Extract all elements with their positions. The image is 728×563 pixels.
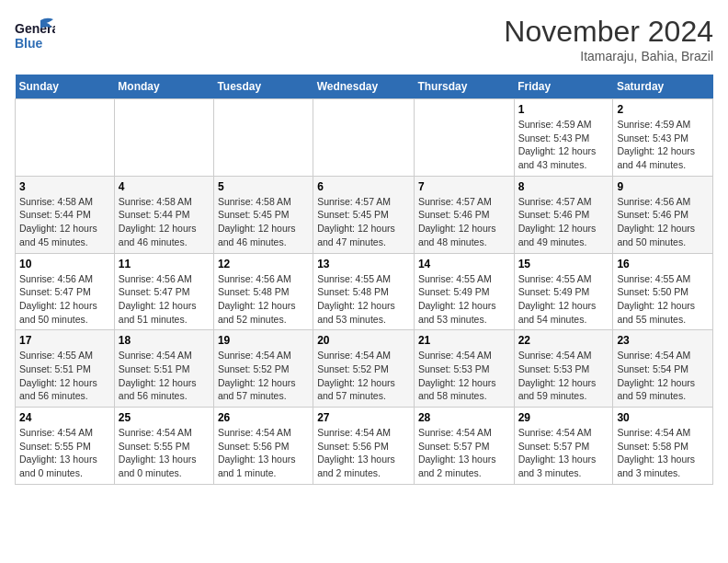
- day-info: Sunrise: 4:54 AM Sunset: 5:53 PM Dayligh…: [518, 349, 609, 403]
- day-number: 5: [218, 180, 309, 193]
- day-info: Sunrise: 4:54 AM Sunset: 5:57 PM Dayligh…: [518, 426, 609, 480]
- day-cell: 13Sunrise: 4:55 AM Sunset: 5:48 PM Dayli…: [313, 253, 415, 330]
- week-row-3: 10Sunrise: 4:56 AM Sunset: 5:47 PM Dayli…: [16, 253, 713, 330]
- day-number: 8: [518, 180, 609, 193]
- day-info: Sunrise: 4:57 AM Sunset: 5:46 PM Dayligh…: [418, 195, 510, 249]
- day-cell: [414, 99, 514, 177]
- day-info: Sunrise: 4:54 AM Sunset: 5:51 PM Dayligh…: [119, 349, 210, 403]
- day-number: 19: [218, 334, 309, 347]
- day-info: Sunrise: 4:58 AM Sunset: 5:44 PM Dayligh…: [19, 195, 110, 249]
- day-cell: 19Sunrise: 4:54 AM Sunset: 5:52 PM Dayli…: [213, 330, 313, 408]
- day-info: Sunrise: 4:55 AM Sunset: 5:50 PM Dayligh…: [617, 272, 709, 327]
- day-info: Sunrise: 4:55 AM Sunset: 5:49 PM Dayligh…: [418, 272, 510, 327]
- day-cell: 6Sunrise: 4:57 AM Sunset: 5:45 PM Daylig…: [313, 176, 415, 253]
- day-number: 11: [119, 258, 210, 270]
- day-cell: 12Sunrise: 4:56 AM Sunset: 5:48 PM Dayli…: [213, 253, 313, 330]
- day-info: Sunrise: 4:54 AM Sunset: 5:52 PM Dayligh…: [317, 349, 410, 403]
- day-cell: 21Sunrise: 4:54 AM Sunset: 5:53 PM Dayli…: [414, 330, 514, 408]
- day-info: Sunrise: 4:57 AM Sunset: 5:46 PM Dayligh…: [518, 195, 609, 249]
- day-number: 17: [19, 334, 110, 347]
- day-number: 10: [19, 258, 110, 270]
- day-info: Sunrise: 4:56 AM Sunset: 5:47 PM Dayligh…: [119, 272, 210, 327]
- day-number: 18: [119, 334, 210, 347]
- day-info: Sunrise: 4:56 AM Sunset: 5:47 PM Dayligh…: [19, 272, 110, 327]
- col-header-wednesday: Wednesday: [313, 75, 415, 99]
- day-cell: 11Sunrise: 4:56 AM Sunset: 5:47 PM Dayli…: [114, 253, 213, 330]
- day-info: Sunrise: 4:54 AM Sunset: 5:55 PM Dayligh…: [119, 426, 210, 480]
- page-header: General Blue November 2024 Itamaraju, Ba…: [15, 15, 713, 63]
- week-row-5: 24Sunrise: 4:54 AM Sunset: 5:55 PM Dayli…: [16, 408, 713, 485]
- day-cell: 17Sunrise: 4:55 AM Sunset: 5:51 PM Dayli…: [16, 330, 115, 408]
- day-cell: 4Sunrise: 4:58 AM Sunset: 5:44 PM Daylig…: [114, 176, 213, 253]
- day-number: 12: [218, 258, 309, 270]
- day-cell: 29Sunrise: 4:54 AM Sunset: 5:57 PM Dayli…: [514, 408, 613, 485]
- day-info: Sunrise: 4:54 AM Sunset: 5:58 PM Dayligh…: [617, 426, 709, 480]
- day-cell: 23Sunrise: 4:54 AM Sunset: 5:54 PM Dayli…: [613, 330, 713, 408]
- day-cell: 30Sunrise: 4:54 AM Sunset: 5:58 PM Dayli…: [613, 408, 713, 485]
- day-cell: 2Sunrise: 4:59 AM Sunset: 5:43 PM Daylig…: [613, 99, 713, 177]
- col-header-monday: Monday: [114, 75, 213, 99]
- day-info: Sunrise: 4:55 AM Sunset: 5:49 PM Dayligh…: [518, 272, 609, 327]
- day-number: 28: [418, 411, 510, 424]
- day-number: 22: [518, 334, 609, 347]
- day-cell: 18Sunrise: 4:54 AM Sunset: 5:51 PM Dayli…: [114, 330, 213, 408]
- day-cell: 28Sunrise: 4:54 AM Sunset: 5:57 PM Dayli…: [414, 408, 514, 485]
- day-number: 13: [317, 258, 410, 270]
- day-number: 3: [19, 180, 110, 193]
- header-row: SundayMondayTuesdayWednesdayThursdayFrid…: [16, 75, 713, 99]
- day-cell: 26Sunrise: 4:54 AM Sunset: 5:56 PM Dayli…: [213, 408, 313, 485]
- day-info: Sunrise: 4:55 AM Sunset: 5:48 PM Dayligh…: [317, 272, 410, 327]
- day-cell: 20Sunrise: 4:54 AM Sunset: 5:52 PM Dayli…: [313, 330, 415, 408]
- logo: General Blue: [15, 15, 55, 55]
- location: Itamaraju, Bahia, Brazil: [504, 49, 713, 63]
- day-cell: 25Sunrise: 4:54 AM Sunset: 5:55 PM Dayli…: [114, 408, 213, 485]
- day-info: Sunrise: 4:54 AM Sunset: 5:52 PM Dayligh…: [218, 349, 309, 403]
- day-info: Sunrise: 4:54 AM Sunset: 5:54 PM Dayligh…: [617, 349, 709, 403]
- day-cell: 24Sunrise: 4:54 AM Sunset: 5:55 PM Dayli…: [16, 408, 115, 485]
- day-info: Sunrise: 4:55 AM Sunset: 5:51 PM Dayligh…: [19, 349, 110, 403]
- day-cell: 7Sunrise: 4:57 AM Sunset: 5:46 PM Daylig…: [414, 176, 514, 253]
- day-cell: 16Sunrise: 4:55 AM Sunset: 5:50 PM Dayli…: [613, 253, 713, 330]
- day-cell: [114, 99, 213, 177]
- svg-text:General: General: [15, 21, 55, 36]
- day-number: 1: [518, 103, 609, 116]
- col-header-sunday: Sunday: [16, 75, 115, 99]
- calendar-table: SundayMondayTuesdayWednesdayThursdayFrid…: [15, 75, 713, 485]
- day-cell: 3Sunrise: 4:58 AM Sunset: 5:44 PM Daylig…: [16, 176, 115, 253]
- day-cell: 9Sunrise: 4:56 AM Sunset: 5:46 PM Daylig…: [613, 176, 713, 253]
- col-header-tuesday: Tuesday: [213, 75, 313, 99]
- day-cell: 5Sunrise: 4:58 AM Sunset: 5:45 PM Daylig…: [213, 176, 313, 253]
- week-row-4: 17Sunrise: 4:55 AM Sunset: 5:51 PM Dayli…: [16, 330, 713, 408]
- week-row-1: 1Sunrise: 4:59 AM Sunset: 5:43 PM Daylig…: [16, 99, 713, 177]
- day-number: 23: [617, 334, 709, 347]
- svg-text:Blue: Blue: [15, 36, 43, 51]
- day-cell: 1Sunrise: 4:59 AM Sunset: 5:43 PM Daylig…: [514, 99, 613, 177]
- day-number: 30: [617, 411, 709, 424]
- logo-icon: General Blue: [15, 15, 55, 55]
- day-number: 6: [317, 180, 410, 193]
- day-info: Sunrise: 4:59 AM Sunset: 5:43 PM Dayligh…: [617, 118, 709, 172]
- col-header-thursday: Thursday: [414, 75, 514, 99]
- day-cell: 14Sunrise: 4:55 AM Sunset: 5:49 PM Dayli…: [414, 253, 514, 330]
- day-info: Sunrise: 4:54 AM Sunset: 5:55 PM Dayligh…: [19, 426, 110, 480]
- day-cell: [16, 99, 115, 177]
- day-number: 20: [317, 334, 410, 347]
- day-cell: 27Sunrise: 4:54 AM Sunset: 5:56 PM Dayli…: [313, 408, 415, 485]
- day-number: 29: [518, 411, 609, 424]
- day-number: 21: [418, 334, 510, 347]
- month-title: November 2024: [504, 15, 713, 49]
- day-number: 24: [19, 411, 110, 424]
- day-number: 25: [119, 411, 210, 424]
- title-section: November 2024 Itamaraju, Bahia, Brazil: [504, 15, 713, 63]
- day-number: 27: [317, 411, 410, 424]
- day-cell: 22Sunrise: 4:54 AM Sunset: 5:53 PM Dayli…: [514, 330, 613, 408]
- day-number: 14: [418, 258, 510, 270]
- day-info: Sunrise: 4:54 AM Sunset: 5:56 PM Dayligh…: [317, 426, 410, 480]
- day-info: Sunrise: 4:54 AM Sunset: 5:53 PM Dayligh…: [418, 349, 510, 403]
- day-cell: [313, 99, 415, 177]
- day-cell: 8Sunrise: 4:57 AM Sunset: 5:46 PM Daylig…: [514, 176, 613, 253]
- day-number: 26: [218, 411, 309, 424]
- day-cell: [213, 99, 313, 177]
- day-cell: 15Sunrise: 4:55 AM Sunset: 5:49 PM Dayli…: [514, 253, 613, 330]
- day-info: Sunrise: 4:59 AM Sunset: 5:43 PM Dayligh…: [518, 118, 609, 172]
